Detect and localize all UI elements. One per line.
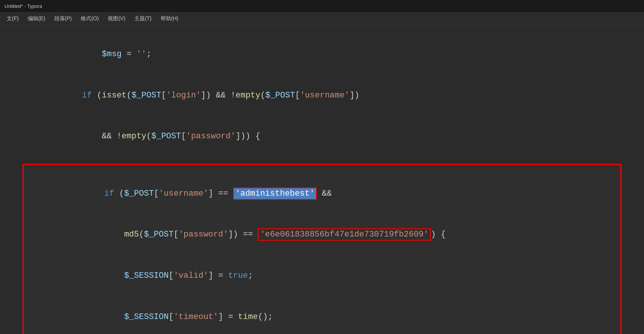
username-highlight: 'administhebest' bbox=[233, 187, 317, 200]
hash-highlight: 'e6e061838856bf47e1de730719fb2609' bbox=[258, 228, 431, 241]
menu-bar: 文(F) 编辑(E) 段落(P) 格式(O) 视图(V) 主题(T) 帮助(H) bbox=[0, 12, 644, 25]
code-area: $msg = ''; if (isset($_POST['login']) &&… bbox=[0, 25, 644, 334]
paragraph-menu[interactable]: 段落(P) bbox=[51, 14, 76, 24]
code-line-1: $msg = ''; bbox=[23, 34, 621, 74]
highlighted-line-4: $_SESSION['timeout'] = time(); bbox=[35, 297, 609, 334]
view-menu[interactable]: 视图(V) bbox=[104, 14, 129, 24]
code-line-2: if (isset($_POST['login']) && !empty($_P… bbox=[23, 76, 621, 115]
file-menu[interactable]: 文(F) bbox=[3, 14, 23, 24]
highlighted-line-3: $_SESSION['valid'] = true; bbox=[35, 256, 609, 296]
highlighted-line-2: md5($_POST['password']) == 'e6e061838856… bbox=[35, 215, 609, 255]
title-bar: Untitled* - Typora bbox=[0, 0, 644, 12]
highlighted-block: if ($_POST['username'] == 'administhebes… bbox=[23, 164, 621, 334]
format-menu[interactable]: 格式(O) bbox=[77, 14, 102, 24]
theme-menu[interactable]: 主题(T) bbox=[131, 14, 155, 24]
highlighted-line-1: if ($_POST['username'] == 'administhebes… bbox=[35, 174, 609, 214]
code-line-3: && !empty($_POST['password'])) { bbox=[23, 117, 621, 156]
app-title: Untitled* - Typora bbox=[5, 3, 639, 9]
help-menu[interactable]: 帮助(H) bbox=[157, 14, 182, 24]
edit-menu[interactable]: 编辑(E) bbox=[24, 14, 49, 24]
